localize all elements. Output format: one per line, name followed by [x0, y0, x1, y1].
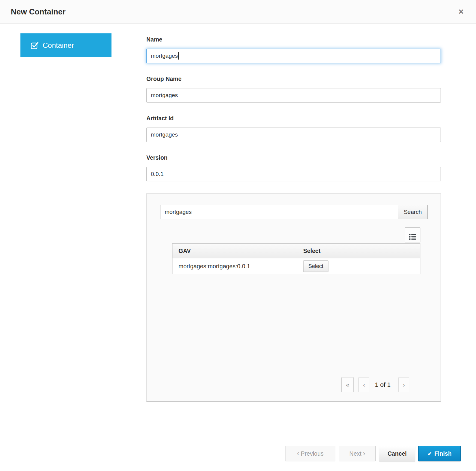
artifact-search-input[interactable]: [160, 205, 398, 219]
artifact-id-label: Artifact Id: [146, 115, 441, 122]
gav-column-header: GAV: [172, 244, 297, 258]
table-row: mortgages:mortgages:0.0.1 Select: [172, 258, 420, 274]
search-button[interactable]: Search: [398, 205, 428, 219]
artifact-id-input[interactable]: [146, 128, 441, 142]
search-row: Search: [160, 205, 428, 219]
check-icon: ✔: [427, 451, 432, 457]
wizard-step-container[interactable]: Container: [20, 33, 111, 57]
next-button-label: Next: [349, 450, 362, 457]
group-name-label: Group Name: [146, 75, 441, 82]
angle-right-icon: ›: [363, 450, 365, 457]
cancel-button[interactable]: Cancel: [379, 446, 415, 461]
next-page-button[interactable]: ›: [398, 377, 409, 392]
first-page-button[interactable]: «: [341, 377, 354, 392]
page-indicator: 1 of 1: [375, 381, 391, 388]
previous-button-label: Previous: [301, 450, 324, 457]
angle-double-left-icon: «: [346, 381, 349, 388]
name-input[interactable]: mortgages: [146, 49, 441, 63]
container-form: Name mortgages Group Name Artifact Id Ve…: [146, 36, 441, 402]
name-label: Name: [146, 36, 441, 43]
version-label: Version: [146, 154, 441, 161]
gav-cell: mortgages:mortgages:0.0.1: [172, 258, 297, 274]
artifact-id-field: Artifact Id: [146, 115, 441, 142]
group-name-field: Group Name: [146, 75, 441, 103]
pagination: « ‹ 1 of 1 ›: [341, 377, 409, 392]
select-button[interactable]: Select: [303, 260, 328, 272]
angle-left-icon: ‹: [297, 450, 299, 457]
name-field: Name mortgages: [146, 36, 441, 63]
next-button[interactable]: Next ›: [339, 446, 376, 461]
group-name-input[interactable]: [146, 88, 441, 103]
select-cell: Select: [297, 258, 420, 274]
close-icon: ✕: [458, 8, 464, 16]
artifact-table-area: GAV Select mortgages:mortgages:0.0.1 Sel…: [172, 227, 420, 274]
finish-button[interactable]: ✔Finish: [418, 446, 461, 461]
table-header-row: GAV Select: [172, 244, 420, 258]
finish-button-label: Finish: [434, 450, 451, 457]
gav-table: GAV Select mortgages:mortgages:0.0.1 Sel…: [172, 243, 420, 274]
angle-right-icon: ›: [403, 381, 405, 388]
text-cursor: [178, 52, 179, 60]
list-icon: [409, 233, 416, 240]
angle-left-icon: ‹: [363, 381, 365, 388]
modal-title: New Container: [11, 7, 458, 17]
list-view-button[interactable]: [405, 227, 420, 242]
wizard-step-label: Container: [43, 41, 74, 50]
artifact-search-panel: Search GAV Select: [146, 193, 441, 402]
check-square-icon: [31, 41, 39, 50]
previous-button[interactable]: ‹ Previous: [285, 446, 335, 461]
version-input[interactable]: [146, 167, 441, 181]
select-column-header: Select: [297, 244, 420, 258]
close-button[interactable]: ✕: [458, 8, 464, 15]
modal-header: New Container ✕: [0, 0, 476, 24]
name-input-value: mortgages: [151, 53, 178, 59]
prev-page-button[interactable]: ‹: [359, 377, 369, 392]
version-field: Version: [146, 154, 441, 181]
